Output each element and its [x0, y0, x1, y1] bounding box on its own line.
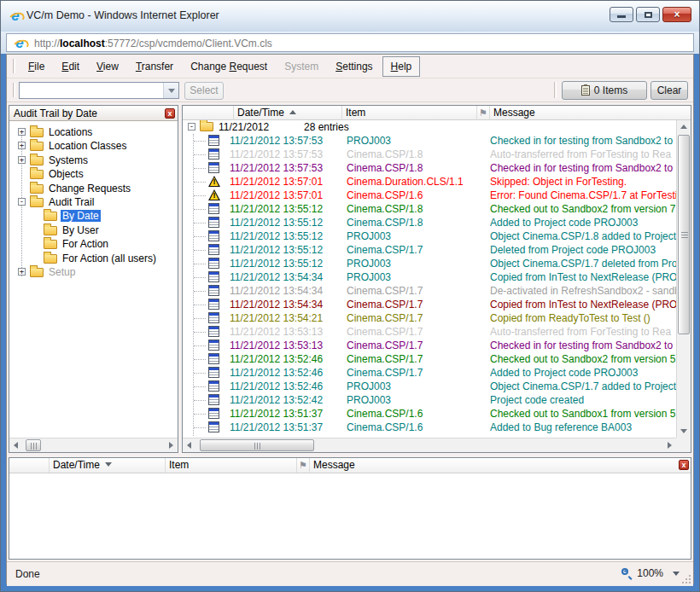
sidebar-item-systems[interactable]: +Systems — [9, 154, 178, 167]
table-row[interactable]: 11/21/2012 13:55:12Cinema.CSP/1.7Deleted… — [183, 243, 676, 257]
row-connector — [194, 400, 206, 401]
sidebar-item-audit-trail[interactable]: -Audit Trail — [9, 195, 178, 209]
list-vscroll-thumb[interactable] — [678, 135, 690, 334]
folder-icon — [44, 226, 57, 235]
collapse-icon[interactable]: - — [18, 198, 26, 206]
row-connector — [194, 154, 206, 155]
select-button[interactable]: Select — [184, 82, 224, 100]
cell-item: PROJ003 — [347, 271, 487, 283]
sidebar-item-objects[interactable]: Objects — [9, 167, 178, 181]
sidebar-item-for-action[interactable]: For Action — [9, 237, 178, 251]
message-column-header[interactable]: Message — [490, 106, 691, 120]
maximize-button[interactable] — [636, 7, 660, 22]
sidebar-item-location-classes[interactable]: +Location Classes — [9, 139, 178, 153]
scroll-left-icon[interactable] — [183, 438, 197, 452]
item-combobox[interactable] — [19, 82, 179, 99]
table-row[interactable]: 11/21/2012 13:57:53Cinema.CSP/1.8Auto-tr… — [183, 148, 676, 161]
url-box[interactable]: e http://localhost:57772/csp/vcmdemo/Cli… — [6, 33, 694, 52]
table-row[interactable]: 11/21/2012 13:54:34Cinema.CSP/1.7Copied … — [183, 298, 676, 311]
scroll-down-icon[interactable] — [677, 424, 691, 438]
folder-icon — [30, 128, 44, 137]
zoom-control[interactable]: + 100% — [621, 567, 680, 579]
table-row[interactable]: 11/21/2012 13:54:34PROJ003Copied from In… — [183, 270, 676, 284]
scroll-right-icon[interactable] — [163, 438, 178, 452]
menu-item-change-request[interactable]: Change Request — [183, 57, 275, 76]
icon-column-header[interactable] — [183, 106, 234, 120]
menu-item-help[interactable]: Help — [382, 56, 421, 77]
date-column-header[interactable]: Date/Time — [50, 458, 166, 473]
table-row[interactable]: 11/21/2012 13:52:46Cinema.CSP/1.7Checked… — [183, 352, 676, 366]
menu-item-settings[interactable]: Settings — [328, 57, 380, 76]
date-group-row[interactable]: - 11/21/2012 28 entries — [183, 120, 676, 134]
tree-panel-close-icon[interactable]: x — [165, 108, 175, 119]
menu-item-system[interactable]: System — [277, 57, 326, 76]
scroll-right-icon[interactable] — [662, 438, 676, 452]
menu-item-edit[interactable]: Edit — [54, 57, 87, 76]
list-hscrollbar[interactable] — [183, 438, 676, 452]
warning-icon: ! — [208, 176, 220, 187]
menu-item-file[interactable]: File — [20, 57, 52, 76]
table-row[interactable]: 11/21/2012 13:55:12Cinema.CSP/1.8Checked… — [183, 202, 676, 216]
grid-item-icon — [208, 258, 219, 269]
table-row[interactable]: 11/21/2012 13:52:46Cinema.CSP/1.7Added t… — [183, 366, 676, 380]
item-column-header[interactable]: Item — [342, 106, 477, 120]
resize-grip[interactable] — [682, 575, 691, 583]
toolbar-grip[interactable] — [13, 83, 15, 97]
tree-hscrollbar[interactable] — [9, 438, 178, 452]
sidebar-item-change-requests[interactable]: Change Requests — [9, 182, 178, 195]
table-row[interactable]: 11/21/2012 13:52:46PROJ003Object Cinema.… — [183, 380, 676, 393]
flag-column-header[interactable]: ⚑ — [477, 106, 490, 120]
table-row[interactable]: !11/21/2012 13:57:01Cinema.Duration.CLS/… — [183, 175, 676, 189]
scroll-up-icon[interactable] — [677, 120, 691, 134]
icon-column-header[interactable] — [9, 458, 50, 473]
table-row[interactable]: 11/21/2012 13:55:12Cinema.CSP/1.8Added t… — [183, 216, 676, 229]
date-column-header[interactable]: Date/Time — [234, 106, 342, 120]
expand-icon[interactable]: + — [18, 128, 26, 136]
list-hscroll-thumb[interactable] — [200, 439, 314, 451]
combobox-input[interactable] — [21, 84, 158, 97]
expand-icon[interactable]: + — [18, 268, 26, 276]
table-row[interactable]: !11/21/2012 13:57:01Cinema.CSP/1.6Error:… — [183, 189, 676, 202]
zoom-dropdown-icon[interactable] — [673, 572, 680, 576]
table-row[interactable]: 11/21/2012 13:54:34Cinema.CSP/1.7De-acti… — [183, 284, 676, 298]
minimize-button[interactable] — [610, 7, 633, 22]
sidebar-item-setup[interactable]: +Setup — [9, 265, 178, 279]
expand-icon[interactable]: + — [18, 142, 26, 149]
cell-date: 11/21/2012 13:55:12 — [230, 203, 344, 215]
message-column-header[interactable]: Message — [310, 458, 677, 473]
menu-item-view[interactable]: View — [89, 57, 126, 76]
clear-button[interactable]: Clear — [650, 81, 688, 100]
sidebar-item-for-action-all-users-[interactable]: For Action (all users) — [9, 252, 178, 265]
collapse-icon[interactable]: - — [188, 123, 195, 131]
tree-hscroll-thumb[interactable] — [26, 439, 41, 451]
grid-item-icon — [208, 135, 219, 146]
expand-icon[interactable]: + — [18, 156, 26, 164]
table-row[interactable]: 11/21/2012 13:53:13Cinema.CSP/1.7Checked… — [183, 339, 676, 352]
list-vscrollbar[interactable] — [676, 120, 691, 438]
grid-item-icon — [208, 312, 219, 323]
table-row[interactable]: 11/21/2012 13:51:37Cinema.CSP/1.6Added t… — [183, 421, 676, 434]
table-row[interactable]: 11/21/2012 13:55:12PROJ003Object Cinema.… — [183, 229, 676, 243]
table-row[interactable]: 11/21/2012 13:51:37Cinema.CSP/1.6Checked… — [183, 407, 676, 421]
table-row[interactable]: 11/21/2012 13:54:21Cinema.CSP/1.7Copied … — [183, 311, 676, 325]
row-connector — [194, 414, 206, 415]
bottom-panel-close-icon[interactable]: x — [679, 460, 689, 470]
sidebar-item-by-user[interactable]: By User — [9, 223, 178, 237]
sidebar-item-locations[interactable]: +Locations — [9, 125, 178, 139]
menubar-grip[interactable] — [13, 59, 15, 73]
flag-icon: ⚑ — [299, 460, 307, 471]
table-row[interactable]: 11/21/2012 13:57:53Cinema.CSP/1.8Checked… — [183, 161, 676, 175]
menu-item-transfer[interactable]: Transfer — [128, 57, 181, 76]
table-row[interactable]: 11/21/2012 13:57:53PROJ003Checked in for… — [183, 134, 676, 148]
scroll-left-icon[interactable] — [9, 438, 24, 452]
table-row[interactable]: 11/21/2012 13:53:13Cinema.CSP/1.7Auto-tr… — [183, 325, 676, 339]
close-button[interactable]: × — [662, 7, 691, 22]
items-button[interactable]: 0 Items — [562, 81, 647, 100]
table-row[interactable]: 11/21/2012 13:52:42PROJ003Project code c… — [183, 393, 676, 407]
table-row[interactable]: 11/21/2012 13:55:12PROJ003Object Cinema.… — [183, 257, 676, 270]
flag-column-header[interactable]: ⚑ — [297, 458, 310, 473]
row-connector — [194, 168, 206, 169]
item-column-header[interactable]: Item — [166, 458, 297, 473]
sidebar-item-by-date[interactable]: By Date — [9, 209, 178, 223]
combobox-dropdown[interactable] — [163, 83, 178, 98]
